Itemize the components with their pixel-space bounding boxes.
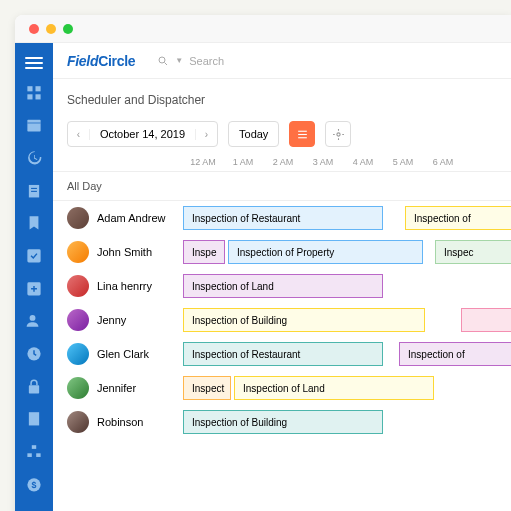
user-name: Glen Clark xyxy=(97,348,149,360)
hour-label: 4 AM xyxy=(343,157,383,167)
avatar xyxy=(67,309,89,331)
maximize-dot[interactable] xyxy=(63,24,73,34)
avatar xyxy=(67,275,89,297)
search-icon xyxy=(157,55,169,67)
svg-text:$: $ xyxy=(32,479,37,489)
svg-rect-24 xyxy=(298,133,307,134)
svg-rect-2 xyxy=(27,94,32,99)
event-bar[interactable]: Inspection of Land xyxy=(183,274,383,298)
close-dot[interactable] xyxy=(29,24,39,34)
header: FieldCircle ▼ Search xyxy=(53,43,511,79)
svg-rect-9 xyxy=(27,249,40,262)
svg-point-11 xyxy=(30,315,36,321)
event-bar[interactable]: Inspection of Land xyxy=(234,376,434,400)
mac-titlebar xyxy=(15,15,511,43)
svg-point-26 xyxy=(337,132,340,135)
avatar xyxy=(67,241,89,263)
event-bar[interactable]: Inspection of xyxy=(399,342,511,366)
main-content: FieldCircle ▼ Search Scheduler and Dispa… xyxy=(53,43,511,511)
hour-label: 1 AM xyxy=(223,157,263,167)
event-bar[interactable]: Inspect xyxy=(183,376,231,400)
sidebar: $ xyxy=(15,43,53,511)
svg-rect-1 xyxy=(35,86,40,91)
scheduler-row: RobinsonInspection of Building xyxy=(53,405,511,439)
event-bar[interactable]: Inspec xyxy=(435,240,511,264)
scheduler-row: JennyInspection of Building xyxy=(53,303,511,337)
svg-rect-5 xyxy=(27,123,40,124)
location-view-button[interactable] xyxy=(325,121,351,147)
scheduler-row: Lina henrryInspection of Land xyxy=(53,269,511,303)
svg-rect-15 xyxy=(32,445,36,449)
scheduler-row: JenniferInspectInspection of Land xyxy=(53,371,511,405)
svg-rect-17 xyxy=(36,453,40,457)
all-day-label: All Day xyxy=(53,171,511,201)
lock-icon[interactable] xyxy=(25,378,43,396)
user-name: Robinson xyxy=(97,416,143,428)
history-icon[interactable] xyxy=(25,149,43,167)
hour-label: 2 AM xyxy=(263,157,303,167)
svg-rect-3 xyxy=(35,94,40,99)
scheduler-row: Adam AndrewInspection of RestaurantInspe… xyxy=(53,201,511,235)
svg-rect-8 xyxy=(31,191,37,192)
hour-label: 3 AM xyxy=(303,157,343,167)
clock-icon[interactable] xyxy=(25,345,43,363)
dollar-icon[interactable]: $ xyxy=(25,476,43,494)
menu-icon[interactable] xyxy=(25,57,43,69)
user-name: Jennifer xyxy=(97,382,136,394)
today-button[interactable]: Today xyxy=(228,121,279,147)
svg-rect-23 xyxy=(298,130,307,131)
avatar xyxy=(67,377,89,399)
dashboard-icon[interactable] xyxy=(25,84,43,102)
svg-rect-16 xyxy=(27,453,31,457)
event-bar[interactable]: Inspection of Restaurant xyxy=(183,342,383,366)
app-window: $ FieldCircle ▼ Search Scheduler and Dis… xyxy=(15,15,511,511)
org-icon[interactable] xyxy=(25,443,43,461)
event-bar[interactable]: Inspection of xyxy=(405,206,511,230)
event-bar[interactable]: Inspection of Building xyxy=(183,308,425,332)
svg-rect-13 xyxy=(29,385,39,393)
svg-rect-7 xyxy=(31,188,37,189)
scheduler-row: Glen ClarkInspection of RestaurantInspec… xyxy=(53,337,511,371)
search-box[interactable]: ▼ Search xyxy=(157,55,224,67)
person-add-icon[interactable] xyxy=(25,312,43,330)
bookmark-icon[interactable] xyxy=(25,214,43,232)
document-icon[interactable] xyxy=(25,410,43,428)
user-name: Adam Andrew xyxy=(97,212,165,224)
svg-rect-4 xyxy=(27,120,40,132)
hour-label: 6 AM xyxy=(423,157,463,167)
list-view-button[interactable] xyxy=(289,121,315,147)
user-name: Lina henrry xyxy=(97,280,152,292)
clipboard-icon[interactable] xyxy=(25,182,43,200)
add-box-icon[interactable] xyxy=(25,280,43,298)
user-name: Jenny xyxy=(97,314,126,326)
svg-rect-0 xyxy=(27,86,32,91)
avatar xyxy=(67,343,89,365)
logo: FieldCircle xyxy=(67,53,135,69)
hour-label: 12 AM xyxy=(183,157,223,167)
chevron-down-icon: ▼ xyxy=(175,56,183,65)
event-bar[interactable]: Inspection of Building xyxy=(183,410,383,434)
prev-date[interactable]: ‹ xyxy=(68,129,90,140)
user-name: John Smith xyxy=(97,246,152,258)
page-title: Scheduler and Dispatcher xyxy=(53,79,511,121)
event-bar[interactable] xyxy=(461,308,511,332)
date-picker: ‹ October 14, 2019 › xyxy=(67,121,218,147)
search-placeholder: Search xyxy=(189,55,224,67)
calendar-icon[interactable] xyxy=(25,116,43,134)
svg-point-22 xyxy=(159,57,165,63)
event-bar[interactable]: Inspection of Restaurant xyxy=(183,206,383,230)
minimize-dot[interactable] xyxy=(46,24,56,34)
next-date[interactable]: › xyxy=(195,129,217,140)
hour-label: 5 AM xyxy=(383,157,423,167)
timeline-hours: 12 AM1 AM2 AM3 AM4 AM5 AM6 AM xyxy=(53,157,511,171)
check-icon[interactable] xyxy=(25,247,43,265)
scheduler-rows: Adam AndrewInspection of RestaurantInspe… xyxy=(53,201,511,439)
current-date[interactable]: October 14, 2019 xyxy=(90,128,195,140)
event-bar[interactable]: Inspe xyxy=(183,240,225,264)
svg-rect-25 xyxy=(298,137,307,138)
avatar xyxy=(67,411,89,433)
avatar xyxy=(67,207,89,229)
toolbar: ‹ October 14, 2019 › Today xyxy=(53,121,511,157)
event-bar[interactable]: Inspection of Property xyxy=(228,240,423,264)
scheduler-row: John SmithInspeInspection of PropertyIns… xyxy=(53,235,511,269)
